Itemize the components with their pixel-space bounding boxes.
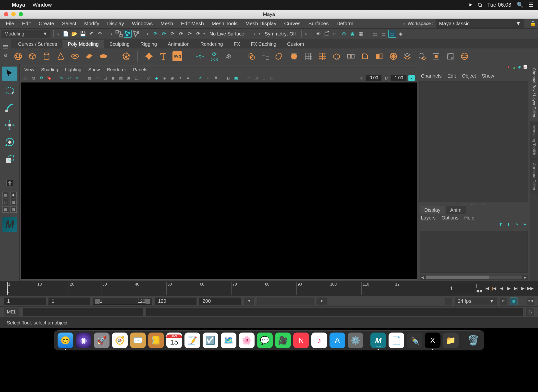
select-tool[interactable]: [2, 67, 17, 81]
dock-x-icon[interactable]: X: [425, 333, 440, 348]
shelf-tab-menu-icon[interactable]: [3, 45, 8, 49]
gate-mask-icon[interactable]: ◼: [110, 75, 116, 81]
menu-mesh-tools[interactable]: Mesh Tools: [208, 19, 242, 28]
fps-selector[interactable]: 24 fps ▼: [455, 298, 497, 305]
snap-grid-icon[interactable]: ⟳: [151, 30, 159, 38]
hypershade-icon[interactable]: ◉: [349, 30, 356, 38]
redo-button[interactable]: ↷: [96, 30, 104, 38]
viewport-3d[interactable]: [21, 82, 417, 279]
shelf-tab-sculpting[interactable]: Sculpting: [104, 40, 135, 48]
last-tool[interactable]: [2, 177, 17, 189]
poly-cylinder-icon[interactable]: [42, 51, 51, 61]
dock-music-icon[interactable]: ♪: [311, 333, 327, 348]
light-editor-icon[interactable]: ▦: [357, 30, 365, 38]
field-chart-icon[interactable]: ▤: [118, 75, 124, 81]
layer-menu-help[interactable]: Help: [464, 215, 474, 221]
2d-pan-icon[interactable]: ⤢: [66, 75, 72, 81]
layout-outliner-icon[interactable]: ▥: [10, 199, 17, 205]
safe-title-icon[interactable]: ▢: [134, 75, 139, 81]
go-end-button[interactable]: ▶▶|: [527, 285, 535, 292]
menu-mesh-display[interactable]: Mesh Display: [242, 19, 280, 28]
separate-icon[interactable]: [261, 51, 270, 61]
cursor-icon[interactable]: ➤: [468, 2, 473, 8]
snap-surface-icon[interactable]: ⟳: [186, 30, 194, 38]
dock-launchpad-icon[interactable]: 🚀: [94, 333, 110, 348]
isolate-select-icon[interactable]: ↗: [245, 75, 251, 81]
camera-select-icon[interactable]: 🎥: [23, 75, 29, 81]
anim-end-field[interactable]: 200: [199, 298, 241, 305]
gamma-field[interactable]: 1.00: [391, 75, 406, 81]
menu-edit[interactable]: Edit: [18, 19, 35, 28]
xray-icon[interactable]: ▣: [233, 75, 239, 81]
mirror-cut-icon[interactable]: [374, 51, 384, 61]
panel-menu-renderer[interactable]: Renderer: [107, 67, 126, 72]
layer-scrollbar[interactable]: ◀▶: [420, 275, 528, 280]
menu-display[interactable]: Display: [103, 19, 128, 28]
screen-mirror-icon[interactable]: ⧉: [478, 2, 482, 8]
symmetry-label[interactable]: Symmetry: Off: [262, 31, 298, 37]
script-lang-button[interactable]: MEL: [4, 308, 19, 316]
panel-menu-panels[interactable]: Panels: [133, 67, 147, 72]
grid-b-icon[interactable]: [318, 51, 327, 61]
dock-maps-icon[interactable]: 🗺️: [221, 333, 236, 348]
step-back-button[interactable]: |◀: [490, 285, 498, 292]
layout-script-icon[interactable]: ▦: [2, 206, 9, 213]
dock-reminders-icon[interactable]: ☑️: [203, 333, 218, 348]
menu-set-selector[interactable]: Modeling ▼: [1, 30, 50, 38]
dock-photos-icon[interactable]: 🌸: [239, 333, 255, 348]
layout-persp-icon[interactable]: ▤: [2, 199, 9, 205]
layer-tab-anim[interactable]: Anim: [446, 206, 466, 214]
camera-lock-icon[interactable]: ◍: [31, 75, 37, 81]
poly-sphere-icon[interactable]: [13, 51, 23, 61]
shelf-tab-fxcaching[interactable]: FX Caching: [245, 40, 282, 48]
next-key-button[interactable]: ▶|: [520, 285, 527, 292]
camera-attributes-icon[interactable]: ⚙: [38, 75, 44, 81]
poly-cone-icon[interactable]: [56, 51, 66, 61]
paint-select-tool[interactable]: [2, 101, 17, 115]
use-all-lights-icon[interactable]: ◉: [169, 75, 175, 81]
undo-button[interactable]: ↶: [87, 30, 95, 38]
smooth-shade-icon[interactable]: ◆: [154, 75, 159, 81]
channel-menu-edit[interactable]: Edit: [448, 73, 456, 79]
step-fwd-button[interactable]: ▶|: [513, 285, 520, 292]
shelf-tab-polymodeling[interactable]: Poly Modeling: [62, 40, 104, 48]
layout-single-icon[interactable]: ▦: [2, 192, 9, 198]
workspace-selector[interactable]: Maya Classic ▼: [436, 19, 524, 28]
snap-curve-icon[interactable]: ⟳: [160, 30, 168, 38]
menu-create[interactable]: Create: [35, 19, 58, 28]
shelf-tab-animation[interactable]: Animation: [162, 40, 195, 48]
snap-plane-icon[interactable]: ⟳: [177, 30, 185, 38]
dock-maya-icon[interactable]: MMAYA: [370, 333, 386, 348]
freeze-icon[interactable]: ❄: [224, 51, 233, 61]
anim-start-field[interactable]: 1: [4, 298, 46, 305]
playback-start-field[interactable]: 1: [49, 298, 90, 305]
command-input[interactable]: [23, 308, 143, 316]
poly-platonic-icon[interactable]: [121, 51, 131, 61]
open-scene-button[interactable]: 📂: [70, 30, 78, 38]
layout-four-icon[interactable]: ◆: [10, 192, 17, 198]
scale-tool[interactable]: [2, 152, 17, 166]
exposure-icon[interactable]: ☼: [358, 75, 364, 81]
character-field[interactable]: [257, 298, 314, 305]
select-object-icon[interactable]: [124, 30, 132, 38]
minimize-window-button[interactable]: [11, 12, 16, 16]
lock-icon[interactable]: 🔒: [530, 21, 536, 26]
time-ruler[interactable]: 110203040506070809010011012 1: [5, 282, 443, 295]
menu-mesh[interactable]: Mesh: [157, 19, 177, 28]
ao-icon[interactable]: ●: [185, 75, 191, 81]
channel-box[interactable]: [419, 81, 528, 202]
group-toggle-icon[interactable]: ▸: [111, 32, 113, 36]
live-surface-label[interactable]: No Live Surface: [207, 31, 247, 37]
set-key-button[interactable]: [445, 298, 452, 305]
panel-layout3-icon[interactable]: ☲: [388, 30, 396, 38]
panel-menu-view[interactable]: View: [24, 67, 34, 72]
render-view-icon[interactable]: 👁: [314, 30, 322, 38]
group-toggle-icon[interactable]: ▸: [147, 32, 149, 36]
extrude-icon[interactable]: [332, 51, 342, 61]
dock-preview-icon[interactable]: ✒️: [407, 333, 422, 348]
range-bar[interactable]: 1 120: [93, 298, 152, 305]
exposure-field[interactable]: 0.00: [366, 75, 381, 81]
gamma-icon[interactable]: ◐: [383, 75, 389, 81]
group-toggle-icon[interactable]: ▸: [254, 32, 256, 36]
panel-menu-shading[interactable]: Shading: [41, 67, 58, 72]
